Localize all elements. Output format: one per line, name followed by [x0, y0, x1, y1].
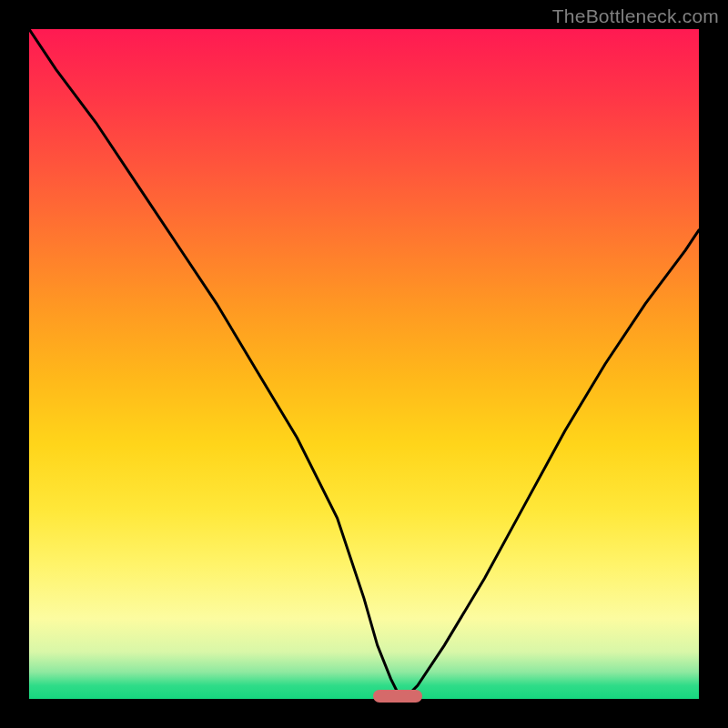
chart-frame: TheBottleneck.com [0, 0, 728, 728]
curve-path [29, 29, 699, 699]
bottleneck-curve [29, 29, 699, 699]
optimal-marker [373, 690, 422, 703]
watermark-text: TheBottleneck.com [552, 5, 719, 27]
gradient-plot-area [29, 29, 699, 699]
